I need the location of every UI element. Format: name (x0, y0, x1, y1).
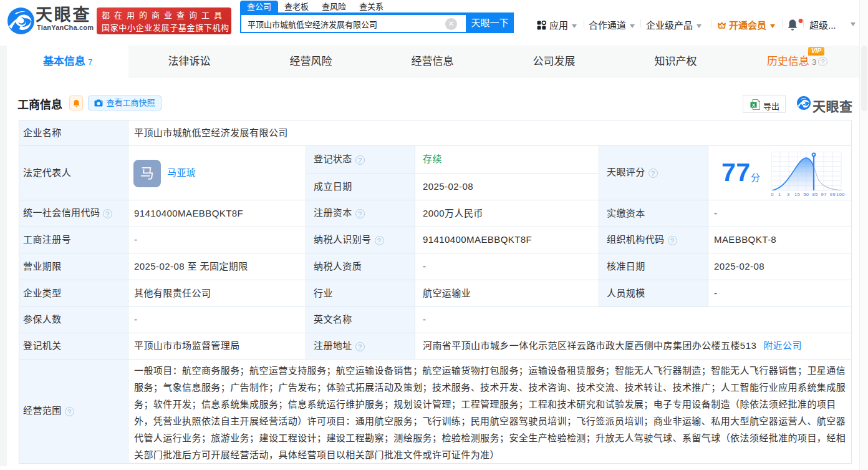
svg-text:15: 15 (794, 192, 800, 197)
svg-text:1: 1 (778, 192, 781, 197)
svg-text:3: 3 (787, 192, 790, 197)
svg-text:50: 50 (803, 192, 809, 197)
svg-text:0: 0 (771, 192, 774, 197)
svg-text:X: X (752, 102, 756, 108)
svg-text:100: 100 (836, 192, 845, 197)
svg-text:97: 97 (821, 192, 827, 197)
svg-text:85: 85 (812, 192, 817, 197)
svg-text:99: 99 (830, 192, 836, 197)
